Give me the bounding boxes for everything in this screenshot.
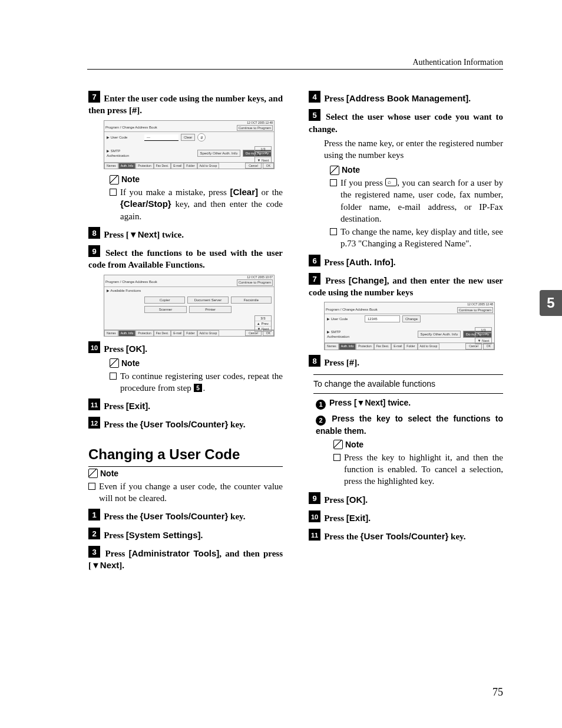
note-search: Note If you press , you can search for a… — [330, 164, 503, 249]
right-column: 4 Press [Address Book Management]. 5 Sel… — [309, 86, 503, 574]
step-7: 7 Enter the user code using the number k… — [88, 91, 283, 117]
note-continue: Note To continue registering user codes,… — [110, 358, 283, 394]
step-number-icon: 2 — [88, 528, 100, 539]
svg-text:9: 9 — [92, 247, 96, 256]
cstep-2: 2 Press [System Settings]. — [88, 528, 283, 541]
note-bullet-icon — [88, 483, 95, 490]
step-number-icon: 5 — [194, 384, 202, 392]
step-number-icon: 5 — [309, 109, 320, 121]
svg-text:12: 12 — [91, 420, 98, 427]
step-number-icon: 3 — [88, 546, 100, 558]
note-bullet-icon — [333, 454, 340, 461]
svg-text:5: 5 — [312, 111, 316, 120]
hash-key-icon: # — [349, 357, 354, 367]
svg-text:6: 6 — [312, 256, 316, 265]
note-bullet-icon — [110, 373, 117, 380]
rstep-5-body: Press the name key, or enter the registe… — [324, 137, 503, 162]
rstep-6: 6 Press [Auth. Info]. — [309, 255, 503, 268]
sub-step-2: 2 Press the key to select the functions … — [316, 413, 503, 437]
svg-text:2: 2 — [92, 529, 96, 538]
cstep-3: 3 Press [Administrator Tools], and then … — [88, 546, 283, 572]
step-9: 9 Select the functions to be used with t… — [88, 245, 283, 271]
step-12: 12 Press the {User Tools/Counter} key. — [88, 417, 283, 430]
screenshot-change-code: 12 OCT 2005 12:48 Program / Change Addre… — [324, 302, 495, 350]
step-number-icon: 1 — [88, 509, 100, 521]
rstep-4: 4 Press [Address Book Management]. — [309, 91, 503, 104]
step-number-icon: 11 — [309, 529, 320, 541]
rstep-11: 11 Press the {User Tools/Counter} key. — [309, 529, 503, 542]
svg-text:8: 8 — [92, 229, 96, 238]
sub-note: Note Press the key to highlight it, and … — [333, 439, 503, 487]
step-11: 11 Press [Exit]. — [88, 398, 283, 412]
svg-text:9: 9 — [312, 494, 316, 503]
svg-text:4: 4 — [312, 93, 317, 101]
step-number-icon: 10 — [309, 510, 320, 522]
cstep-1: 1 Press the {User Tools/Counter} key. — [88, 509, 283, 522]
rstep-9: 9 Press [OK]. — [309, 492, 503, 506]
svg-text:10: 10 — [91, 344, 98, 351]
step-10: 10 Press [OK]. — [88, 341, 283, 355]
screenshot-available-functions: 12 OCT 2005 10:07 Program / Change Addre… — [104, 275, 275, 337]
sub-procedure-title: To change the available functions — [313, 374, 503, 394]
step-number-icon: 8 — [88, 227, 100, 239]
hash-key-icon: # — [132, 105, 137, 115]
note-bullet-icon — [330, 179, 337, 186]
step-number-icon: 8 — [309, 355, 320, 367]
left-column: 7 Enter the user code using the number k… — [88, 86, 283, 574]
svg-text:3: 3 — [92, 548, 96, 556]
step-number-icon: 7 — [88, 91, 100, 103]
svg-text:11: 11 — [91, 401, 98, 409]
step-number-icon: 7 — [309, 273, 320, 285]
search-key-icon — [385, 178, 397, 186]
step-number-icon: 10 — [88, 341, 100, 353]
section-changing-user-code: Changing a User Code — [88, 445, 283, 467]
svg-text:1: 1 — [92, 510, 96, 519]
circled-number-icon: 2 — [316, 416, 326, 426]
sub-procedure-box: To change the available functions 1 Pres… — [309, 371, 503, 487]
rstep-10: 10 Press [Exit]. — [309, 510, 503, 524]
note-clear: Note If you make a mistake, press [Clear… — [110, 174, 283, 222]
screenshot-user-code: 12 OCT 2005 12:48 Program / Change Addre… — [104, 120, 275, 170]
svg-text:7: 7 — [92, 93, 96, 101]
note-bullet-icon — [110, 189, 117, 196]
note-counter: Note Even if you change a user code, the… — [88, 468, 283, 504]
rstep-5: 5 Select the user whose user code you wa… — [309, 109, 503, 135]
step-number-icon: 4 — [309, 91, 320, 103]
sub-step-1: 1 Press [▼Next] twice. — [316, 397, 503, 410]
svg-text:7: 7 — [312, 275, 316, 284]
chapter-tab: 5 — [540, 290, 562, 316]
step-7-text: Enter the user code using the number key… — [88, 94, 283, 115]
step-number-icon: 12 — [88, 417, 100, 429]
svg-text:8: 8 — [312, 357, 316, 365]
step-number-icon: 9 — [309, 492, 320, 504]
svg-text:5: 5 — [196, 385, 200, 391]
note-bullet-icon — [330, 228, 337, 235]
step-number-icon: 6 — [309, 255, 320, 266]
svg-text:10: 10 — [311, 513, 318, 521]
running-header: Authentication Information — [87, 58, 503, 70]
page-number: 75 — [492, 686, 503, 699]
circled-number-icon: 1 — [316, 400, 326, 410]
step-number-icon: 9 — [88, 245, 100, 257]
rstep-7: 7 Press [Change], and then enter the new… — [309, 273, 503, 299]
rstep-8: 8 Press [#]. — [309, 355, 503, 368]
step-8: 8 Press [▼Next] twice. — [88, 227, 283, 241]
svg-text:11: 11 — [311, 532, 318, 539]
step-number-icon: 11 — [88, 398, 100, 410]
